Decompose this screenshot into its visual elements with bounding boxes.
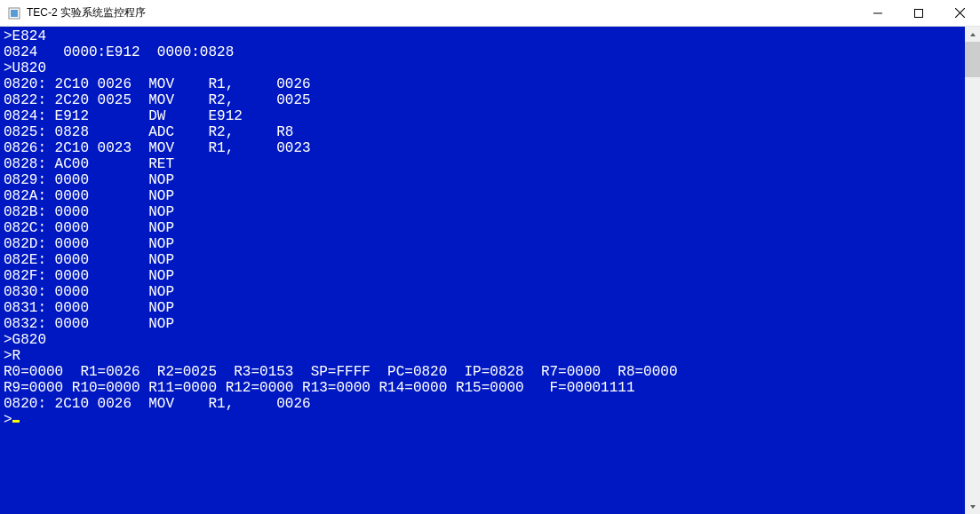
- console-output[interactable]: >E8240824 0000:E912 0000:0828>U8200820: …: [0, 27, 965, 514]
- console-prompt-line: >: [4, 412, 961, 428]
- prompt-char: >: [4, 412, 12, 428]
- console-line: 0832: 0000 NOP: [4, 316, 961, 332]
- console-line: 082E: 0000 NOP: [4, 252, 961, 268]
- close-button[interactable]: [939, 0, 980, 26]
- console-line: R0=0000 R1=0026 R2=0025 R3=0153 SP=FFFF …: [4, 364, 961, 380]
- console-line: 0826: 2C10 0023 MOV R1, 0023: [4, 140, 961, 156]
- console-line: 082F: 0000 NOP: [4, 268, 961, 284]
- svg-rect-1: [11, 10, 18, 17]
- svg-rect-3: [915, 9, 923, 17]
- console-line: 0824 0000:E912 0000:0828: [4, 44, 961, 60]
- console-line: >E824: [4, 28, 961, 44]
- scroll-down-arrow[interactable]: [965, 499, 980, 514]
- scroll-track[interactable]: [965, 42, 980, 499]
- console-line: R9=0000 R10=0000 R11=0000 R12=0000 R13=0…: [4, 380, 961, 396]
- titlebar: TEC-2 实验系统监控程序: [0, 0, 980, 27]
- console-line: 0820: 2C10 0026 MOV R1, 0026: [4, 396, 961, 412]
- vertical-scrollbar[interactable]: [965, 27, 980, 514]
- cursor: [12, 420, 20, 423]
- maximize-button[interactable]: [898, 0, 939, 26]
- window-title: TEC-2 实验系统监控程序: [27, 5, 857, 20]
- console-line: 082A: 0000 NOP: [4, 188, 961, 204]
- scroll-thumb[interactable]: [965, 42, 980, 77]
- console-line: 0820: 2C10 0026 MOV R1, 0026: [4, 76, 961, 92]
- console-line: >U820: [4, 60, 961, 76]
- window-controls: [857, 0, 980, 26]
- minimize-button[interactable]: [857, 0, 898, 26]
- console-line: 0830: 0000 NOP: [4, 284, 961, 300]
- console-line: 082D: 0000 NOP: [4, 236, 961, 252]
- console-line: 0828: AC00 RET: [4, 156, 961, 172]
- console-line: 082B: 0000 NOP: [4, 204, 961, 220]
- scroll-up-arrow[interactable]: [965, 27, 980, 42]
- console-line: 0825: 0828 ADC R2, R8: [4, 124, 961, 140]
- app-icon: [7, 6, 21, 20]
- console-area: >E8240824 0000:E912 0000:0828>U8200820: …: [0, 27, 980, 514]
- console-line: >G820: [4, 332, 961, 348]
- console-line: 0831: 0000 NOP: [4, 300, 961, 316]
- console-line: 082C: 0000 NOP: [4, 220, 961, 236]
- console-line: 0829: 0000 NOP: [4, 172, 961, 188]
- console-line: >R: [4, 348, 961, 364]
- console-line: 0822: 2C20 0025 MOV R2, 0025: [4, 92, 961, 108]
- console-line: 0824: E912 DW E912: [4, 108, 961, 124]
